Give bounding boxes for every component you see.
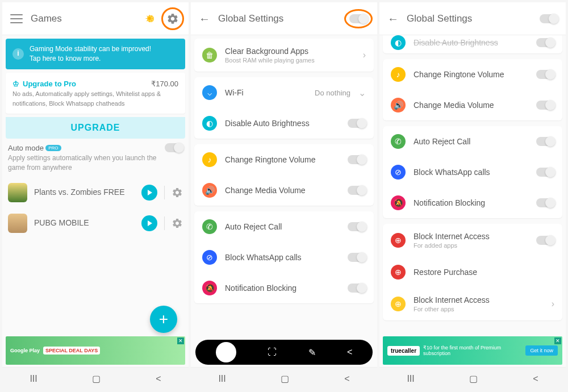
setting-brightness[interactable]: ◐ Disable Auto Brightness (194, 108, 374, 139)
global-toggle[interactable] (349, 14, 367, 23)
share-icon[interactable]: < (347, 347, 352, 357)
globe-icon: ⊕ (391, 233, 406, 248)
auto-mode-row: Auto mode PRO Apply settings automatical… (6, 139, 185, 177)
setting-label: Change Ringtone Volume (414, 70, 528, 79)
pro-badge: PRO (45, 145, 61, 151)
ad-close-icon[interactable]: ✕ (177, 337, 184, 344)
game-row[interactable]: PUBG MOBILE (6, 208, 185, 239)
setting-reject-call[interactable]: ✆ Auto Reject Call (194, 211, 374, 242)
ad-close-icon[interactable]: ✕ (554, 337, 561, 344)
trash-icon: 🗑 (202, 48, 217, 62)
ad-text: SPECIAL DEAL DAYS (43, 347, 100, 355)
nav-recents-icon[interactable]: III (30, 374, 37, 384)
ringtone-toggle[interactable] (536, 70, 554, 79)
notif-toggle[interactable] (536, 198, 554, 207)
game-name: Plants vs. Zombies FREE (34, 187, 135, 197)
ringtone-toggle[interactable] (348, 155, 366, 164)
brightness-toggle[interactable] (536, 38, 554, 47)
setting-block-internet-other[interactable]: ⊕ Block Internet Access For other apps › (383, 287, 562, 320)
setting-label: Wi-Fi (225, 88, 307, 97)
card-display-partial: ◐ Disable Auto Brightness (383, 35, 562, 53)
setting-ringtone[interactable]: ♪ Change Ringtone Volume (194, 144, 374, 175)
setting-media[interactable]: 🔊 Change Media Volume (383, 90, 562, 120)
nav-back-icon[interactable]: < (533, 374, 538, 384)
game-row[interactable]: Plants vs. Zombies FREE (6, 177, 185, 208)
blockwa-toggle[interactable] (536, 168, 554, 177)
pro-card: ♔ Upgrade to Pro ₹170.00 No ads, Automat… (6, 73, 185, 114)
hamburger-icon[interactable] (10, 14, 23, 23)
setting-sublabel: For other apps (414, 306, 544, 312)
card-display: ⌵ Wi-Fi Do nothing ⌄ ◐ Disable Auto Brig… (194, 77, 374, 139)
pro-title: Upgrade to Pro (23, 78, 76, 90)
nav-home-icon[interactable]: ▢ (92, 373, 101, 384)
setting-reject-call[interactable]: ✆ Auto Reject Call (383, 126, 562, 157)
game-icon-pvz (8, 183, 27, 202)
nav-recents-icon[interactable]: III (218, 374, 225, 384)
setting-notification-block[interactable]: 🔕 Notification Blocking (383, 187, 562, 218)
screenshot-thumbnail[interactable] (216, 342, 236, 362)
volume-icon: 🔊 (202, 183, 217, 198)
nav-back-icon[interactable]: < (344, 374, 349, 384)
play-button[interactable] (141, 185, 157, 201)
setting-sublabel: Boost RAM while playing games (225, 57, 355, 64)
page-title: Global Settings (218, 13, 340, 24)
setting-sublabel: For added apps (414, 242, 528, 249)
media-toggle[interactable] (536, 101, 554, 110)
setting-block-whatsapp[interactable]: ⊘ Block WhatsApp calls (194, 242, 374, 273)
setting-label: Change Ringtone Volume (225, 155, 340, 164)
reject-toggle[interactable] (536, 137, 554, 146)
setting-brightness[interactable]: ◐ Disable Auto Brightness (383, 35, 562, 53)
edit-icon[interactable]: ✎ (308, 347, 316, 358)
setting-clear-apps[interactable]: 🗑 Clear Background Apps Boost RAM while … (194, 39, 374, 72)
global-toggle[interactable] (540, 14, 558, 23)
ad-text: ₹10 for the first month of Premium subsc… (423, 345, 522, 356)
back-icon[interactable] (199, 13, 210, 24)
setting-notification-block[interactable]: 🔕 Notification Blocking (194, 273, 374, 303)
nav-home-icon[interactable]: ▢ (469, 373, 478, 384)
setting-block-whatsapp[interactable]: ⊘ Block WhatsApp calls (383, 157, 562, 187)
back-icon[interactable] (387, 13, 399, 24)
brightness-toggle[interactable] (348, 119, 366, 128)
ad-banner[interactable]: Google Play SPECIAL DEAL DAYS ✕ (6, 336, 185, 365)
ad-banner[interactable]: truecaller ₹10 for the first month of Pr… (383, 336, 562, 365)
globe-icon: ⊕ (391, 297, 406, 311)
setting-label: Restore Purchase (414, 268, 554, 277)
phone-settings-2: Global Settings ◐ Disable Auto Brightnes… (379, 2, 566, 390)
setting-ringtone[interactable]: ♪ Change Ringtone Volume (383, 59, 562, 90)
nav-home-icon[interactable]: ▢ (281, 373, 289, 384)
media-toggle[interactable] (348, 186, 366, 195)
setting-value: Do nothing (315, 89, 350, 97)
add-button[interactable]: + (150, 306, 177, 333)
banner-line2: Tap here to know more. (30, 54, 151, 64)
blockwa-toggle[interactable] (348, 253, 366, 262)
card-clear: 🗑 Clear Background Apps Boost RAM while … (194, 39, 374, 72)
setting-label: Notification Blocking (414, 198, 528, 207)
phone-icon: ✆ (202, 219, 217, 234)
setting-media[interactable]: 🔊 Change Media Volume (194, 175, 374, 206)
sun-icon[interactable] (144, 12, 157, 25)
pro-desc: No ads, Automatically apply settings, Wh… (12, 89, 178, 108)
ad-cta-button[interactable]: Get it now (525, 345, 558, 356)
setting-label: Block Internet Access (414, 232, 528, 241)
nav-back-icon[interactable]: < (156, 374, 161, 384)
setting-restore-purchase[interactable]: ⊕ Restore Purchase (383, 257, 562, 287)
notif-toggle[interactable] (348, 283, 366, 293)
setting-block-internet-added[interactable]: ⊕ Block Internet Access For added apps (383, 224, 562, 257)
card-calls: ✆ Auto Reject Call ⊘ Block WhatsApp call… (194, 211, 374, 303)
nav-recents-icon[interactable]: III (407, 374, 414, 384)
automode-toggle[interactable] (165, 143, 183, 152)
game-settings-icon[interactable] (172, 187, 183, 198)
fullscreen-icon[interactable]: ⛶ (268, 347, 277, 357)
content: i Gaming Mode stability can be improved!… (2, 35, 189, 334)
settings-icon[interactable] (166, 12, 179, 25)
bia-toggle[interactable] (536, 236, 554, 245)
reject-toggle[interactable] (348, 222, 366, 231)
upgrade-button[interactable]: UPGRADE (6, 117, 185, 139)
stability-banner[interactable]: i Gaming Mode stability can be improved!… (6, 39, 185, 69)
setting-label: Block WhatsApp calls (225, 253, 340, 262)
globe-icon: ⊕ (391, 265, 406, 280)
setting-wifi[interactable]: ⌵ Wi-Fi Do nothing ⌄ (194, 77, 374, 108)
play-button[interactable] (141, 215, 157, 231)
game-settings-icon[interactable] (172, 218, 183, 229)
header: Global Settings (191, 2, 377, 35)
